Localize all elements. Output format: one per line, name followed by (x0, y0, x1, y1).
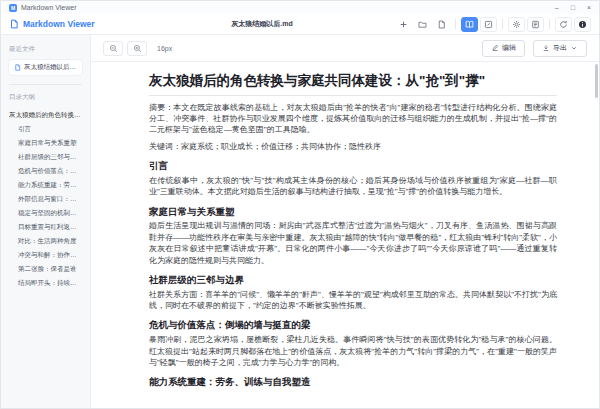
section-body: 暴雨冲刷，泥巴之家坍塌，屋檐断裂，梁柱几近失稳。事件瞬间将"快与技"的表面优势转… (149, 334, 557, 368)
scrollbar-thumb[interactable] (595, 64, 598, 98)
close-icon[interactable]: × (587, 1, 591, 14)
edit-button-label: 编辑 (502, 43, 516, 53)
toolbar-divider (455, 19, 456, 29)
outline-item[interactable]: 能力系统重建：劳务、训练与自我塑造 (9, 178, 82, 192)
os-window-title: Markdown Viewer (21, 4, 77, 11)
book-preview-icon (465, 20, 474, 29)
new-file-button[interactable] (395, 17, 412, 32)
folder-icon (418, 20, 427, 29)
magnifier-minus-icon (109, 44, 118, 53)
plus-icon (399, 20, 408, 29)
outline-item[interactable]: 冲突与和解：协作的乐队 (9, 248, 82, 262)
outline-item[interactable]: 第二张脸：保者是谁 (9, 262, 82, 276)
about-info-button[interactable] (574, 17, 591, 32)
outline-item[interactable]: 家庭日常与关系重塑 (9, 136, 82, 150)
refresh-icon (559, 20, 568, 29)
file-button[interactable] (433, 17, 450, 32)
section-heading: 家庭日常与关系重塑 (149, 206, 557, 218)
app-logo: Markdown Viewer (9, 19, 129, 29)
refresh-button[interactable] (555, 17, 572, 32)
section-body: 社群关系方面：喜羊羊的"问候"、懒羊羊的"鼾声"、慢羊羊的"观望"构成邻里互助的… (149, 289, 557, 312)
zoom-in-button[interactable] (127, 41, 147, 56)
open-folder-button[interactable] (414, 17, 431, 32)
font-size-value: 16px (157, 45, 172, 52)
article-title: 灰太狼婚后的角色转换与家庭共同体建设：从"抢"到"撑" (149, 72, 557, 96)
edit-mode-button[interactable] (480, 17, 497, 32)
main-panel: 16px 编辑 导出 灰太狼婚后的角色转换与家庭共同体建设：从"抢"到"撑" 摘… (91, 35, 599, 409)
magnifier-plus-icon (133, 44, 142, 53)
toolbar-divider (502, 19, 503, 29)
markdown-file-icon (9, 19, 19, 29)
gear-icon (512, 20, 521, 29)
recent-file-item[interactable]: 灰太狼结婚以后.md (9, 60, 82, 75)
section-heading: 社群层级的三邻与边界 (149, 274, 557, 286)
sidebar-divider (9, 84, 82, 85)
view-toolbar: 16px 编辑 导出 (91, 35, 599, 62)
app-window: M Markdown Viewer – □ × Markdown Viewer … (0, 0, 600, 409)
document-lines-icon (531, 20, 540, 29)
article: 灰太狼婚后的角色转换与家庭共同体建设：从"抢"到"撑" 摘要：本文在既定故事线索… (149, 72, 557, 388)
info-icon (578, 20, 587, 29)
file-icon (437, 20, 446, 29)
section-body: 在传统叙事中，灰太狼的"快"与"技"构成其主体身份的核心；婚后其身份场域与价值秩… (149, 175, 557, 198)
section-heading: 能力系统重建：劳务、训练与自我塑造 (149, 376, 557, 388)
download-icon (542, 44, 550, 52)
edit-pencil-icon (484, 20, 493, 29)
os-titlebar: M Markdown Viewer – □ × (1, 1, 599, 14)
document-title: 灰太狼结婚以后.md (129, 19, 395, 29)
preview-content: 灰太狼婚后的角色转换与家庭共同体建设：从"抢"到"撑" 摘要：本文在既定故事线索… (91, 62, 599, 409)
export-button[interactable]: 导出 (533, 40, 587, 57)
edit-pencil-icon (491, 44, 499, 52)
app-title: Markdown Viewer (23, 19, 95, 29)
keywords-paragraph: 关键词：家庭系统；职业成长；价值迁移；共同体协作；隐性秩序 (149, 141, 557, 152)
outline-item[interactable]: 危机与价值落点：倒塌的墙与挺直的梁 (9, 164, 82, 178)
outline-item[interactable]: 对比：生活两种角度 (9, 234, 82, 248)
outline-item[interactable]: 灰太狼婚后的角色转换与家庭共同体建设：从"抢"到"撑" (9, 108, 82, 122)
chevron-down-icon (570, 44, 578, 52)
outline-list: 灰太狼婚后的角色转换与家庭共同体建设：从"抢"到"撑" 引言 家庭日常与关系重塑… (9, 108, 82, 290)
abstract-paragraph: 摘要：本文在既定故事线索的基础上，对灰太狼婚后由"抢羊的快者"向"建家的稳者"转… (149, 102, 557, 136)
section-heading: 危机与价值落点：倒塌的墙与挺直的梁 (149, 319, 557, 331)
sidebar: 最近文件 灰太狼结婚以后.md 目录大纲 灰太狼婚后的角色转换与家庭共同体建设：… (1, 35, 91, 409)
app-header: Markdown Viewer 灰太狼结婚以后.md (1, 14, 599, 35)
export-button-label: 导出 (553, 43, 567, 53)
header-toolbar (395, 17, 591, 32)
settings-button[interactable] (508, 17, 525, 32)
file-icon (14, 64, 21, 71)
recent-files-label: 最近文件 (9, 45, 82, 54)
recent-file-name: 灰太狼结婚以后.md (24, 63, 77, 72)
minimize-icon[interactable]: – (555, 1, 559, 14)
outline-panel-button[interactable] (527, 17, 544, 32)
outline-item[interactable]: 社群层级的三邻与边界 (9, 150, 82, 164)
outline-item[interactable]: 外部信息与窗口：海风与三角架 (9, 192, 82, 206)
section-body: 婚后生活呈现出规训与温情的同场：厨房由"武器库式整洁"过渡为"温热与烟火"，刀叉… (149, 220, 557, 265)
outline-item[interactable]: 引言 (9, 122, 82, 136)
outline-label: 目录大纲 (9, 93, 82, 102)
outline-item[interactable]: 稳定与坚固的机制：蓝色与黄色 (9, 206, 82, 220)
zoom-out-button[interactable] (103, 41, 123, 56)
outline-item[interactable]: 结局即开头：持续复位的系统 (9, 276, 82, 290)
section-heading: 引言 (149, 160, 557, 172)
edit-button[interactable]: 编辑 (482, 40, 525, 57)
toolbar-divider (549, 19, 550, 29)
outline-item[interactable]: 目标重置与红利返回：手与梯 (9, 220, 82, 234)
maximize-icon[interactable]: □ (571, 1, 575, 14)
preview-mode-button[interactable] (461, 17, 478, 32)
app-icon: M (9, 4, 17, 12)
